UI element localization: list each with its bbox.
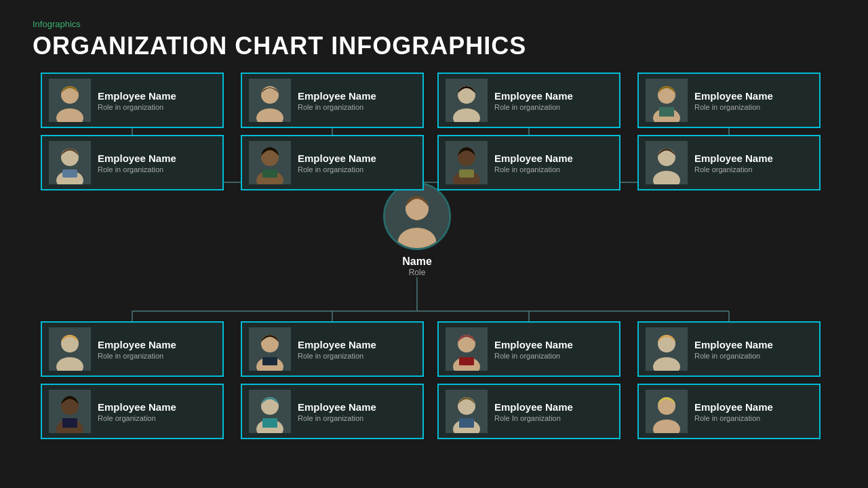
svg-rect-22 — [62, 169, 77, 178]
emp-role-tl2: Role in organization — [98, 165, 176, 174]
emp-info-tmr1: Employee Name Role in organization — [494, 90, 573, 111]
emp-info-tmr2: Employee Name Role in organization — [494, 152, 573, 174]
emp-info-bmr2: Employee Name Role In organization — [494, 401, 573, 422]
emp-card-tml2: Employee Name Role in organization — [241, 135, 424, 190]
emp-role-br2: Role in organization — [694, 414, 773, 422]
emp-avatar-tl2 — [49, 141, 91, 184]
emp-avatar-bl2 — [49, 390, 91, 433]
svg-point-42 — [658, 148, 675, 166]
emp-name-bml1: Employee Name — [298, 339, 376, 350]
emp-avatar-tr2 — [646, 141, 688, 184]
emp-avatar-br1 — [646, 327, 688, 371]
emp-avatar-bml2 — [249, 390, 291, 433]
emp-card-tr2: Employee Name Role organization — [637, 135, 821, 190]
emp-avatar-bmr1 — [446, 327, 488, 371]
emp-avatar-br2 — [646, 390, 688, 433]
emp-name-bmr1: Employee Name — [494, 339, 573, 350]
emp-info-bml1: Employee Name Role in organization — [298, 339, 376, 360]
emp-avatar-tml1 — [249, 79, 291, 122]
center-node: Name Role — [383, 182, 451, 277]
emp-card-tmr1: Employee Name Role in organization — [437, 73, 620, 128]
emp-info-br2: Employee Name Role in organization — [694, 401, 773, 422]
emp-info-br1: Employee Name Role in organization — [694, 339, 773, 360]
emp-role-tmr2: Role in organization — [494, 165, 573, 174]
emp-role-tr2: Role organization — [694, 165, 773, 174]
emp-card-bmr1: Employee Name Role in organization — [437, 321, 620, 377]
emp-info-bl1: Employee Name Role in organization — [98, 339, 176, 360]
emp-name-bl1: Employee Name — [98, 339, 176, 350]
emp-name-br1: Employee Name — [694, 339, 773, 350]
chart-area: Name Role Employee Name Role in organiza… — [0, 67, 868, 474]
emp-role-bmr1: Role in organization — [494, 352, 573, 360]
emp-name-tml2: Employee Name — [298, 152, 376, 164]
emp-role-tml2: Role in organization — [298, 165, 376, 174]
emp-info-tr1: Employee Name Role in organization — [694, 90, 773, 111]
emp-info-tml2: Employee Name Role in organization — [298, 152, 376, 174]
emp-name-tr1: Employee Name — [694, 90, 773, 102]
emp-card-bmr2: Employee Name Role In organization — [437, 384, 620, 439]
emp-avatar-tr1 — [646, 79, 688, 122]
emp-name-tml1: Employee Name — [298, 90, 376, 102]
emp-role-bl1: Role in organization — [98, 352, 176, 360]
emp-info-bmr1: Employee Name Role in organization — [494, 339, 573, 360]
emp-role-bl2: Role organization — [98, 414, 176, 422]
header-label: Infographics — [33, 19, 835, 29]
svg-point-17 — [61, 86, 79, 104]
emp-name-tl2: Employee Name — [98, 152, 176, 164]
svg-point-20 — [61, 148, 79, 166]
svg-rect-66 — [459, 418, 474, 428]
emp-name-br2: Employee Name — [694, 401, 773, 413]
emp-info-tl2: Employee Name Role in organization — [98, 152, 176, 174]
emp-info-bl2: Employee Name Role organization — [98, 401, 176, 422]
svg-rect-58 — [262, 418, 277, 428]
emp-card-bml1: Employee Name Role in organization — [241, 321, 424, 377]
emp-card-bl2: Employee Name Role organization — [41, 384, 224, 439]
emp-name-bmr2: Employee Name — [494, 401, 573, 413]
emp-role-br1: Role in organization — [694, 352, 773, 360]
emp-info-tl1: Employee Name Role in organization — [98, 90, 176, 111]
svg-rect-62 — [459, 357, 474, 365]
emp-avatar-tl1 — [49, 79, 91, 122]
emp-name-tr2: Employee Name — [694, 152, 773, 164]
emp-name-bl2: Employee Name — [98, 401, 176, 413]
header: Infographics ORGANIZATION CHART INFOGRAP… — [0, 0, 868, 67]
emp-avatar-bml1 — [249, 327, 291, 371]
emp-avatar-bl1 — [49, 327, 91, 371]
emp-info-tr2: Employee Name Role organization — [694, 152, 773, 174]
emp-name-tmr1: Employee Name — [494, 90, 573, 102]
emp-role-tml1: Role in organization — [298, 103, 376, 111]
emp-avatar-bmr2 — [446, 390, 488, 433]
center-avatar — [383, 182, 451, 250]
emp-name-tl1: Employee Name — [98, 90, 176, 102]
emp-card-tr1: Employee Name Role in organization — [637, 73, 821, 128]
emp-name-tmr2: Employee Name — [494, 152, 573, 164]
emp-card-bml2: Employee Name Role in organization — [241, 384, 424, 439]
emp-role-bml2: Role in organization — [298, 414, 376, 422]
emp-info-bml2: Employee Name Role in organization — [298, 401, 376, 422]
emp-role-bml1: Role in organization — [298, 352, 376, 360]
center-name: Name — [402, 256, 432, 268]
header-title: ORGANIZATION CHART INFOGRAPHICS — [33, 32, 835, 60]
emp-card-tml1: Employee Name Role in organization — [241, 73, 424, 128]
emp-avatar-tmr1 — [446, 79, 488, 122]
emp-info-tml1: Employee Name Role in organization — [298, 90, 376, 111]
emp-card-br2: Employee Name Role in organization — [637, 384, 821, 439]
emp-role-tl1: Role in organization — [98, 103, 176, 111]
emp-role-tmr1: Role in organization — [494, 103, 573, 111]
emp-card-tl1: Employee Name Role in organization — [41, 73, 224, 128]
emp-name-bml2: Employee Name — [298, 401, 376, 413]
svg-rect-40 — [659, 107, 674, 117]
emp-card-br1: Employee Name Role in organization — [637, 321, 821, 377]
emp-card-tmr2: Employee Name Role in organization — [437, 135, 620, 190]
svg-point-64 — [458, 397, 475, 415]
emp-role-tr1: Role in organization — [694, 103, 773, 111]
svg-rect-54 — [262, 357, 277, 365]
svg-rect-36 — [459, 169, 474, 178]
emp-role-bmr2: Role In organization — [494, 414, 573, 422]
svg-rect-29 — [262, 169, 277, 178]
emp-avatar-tmr2 — [446, 141, 488, 184]
svg-rect-50 — [62, 418, 77, 428]
center-role: Role — [409, 268, 426, 277]
emp-card-bl1: Employee Name Role in organization — [41, 321, 224, 377]
emp-card-tl2: Employee Name Role in organization — [41, 135, 224, 190]
